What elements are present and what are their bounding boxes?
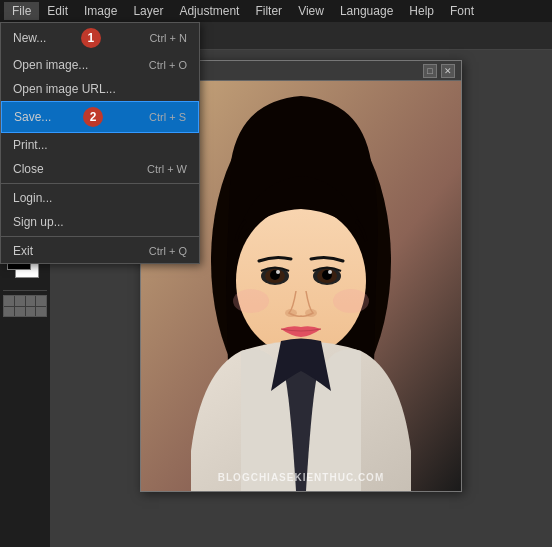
menu-file[interactable]: File [4,2,39,20]
tool-separator-3 [3,290,47,291]
watermark: BLOGCHIASEKIENTHUC.COM [218,472,384,483]
svg-point-25 [328,270,332,274]
menu-item-open-image-label: Open image... [13,58,88,72]
menu-item-open-image[interactable]: Open image... Ctrl + O [1,53,199,77]
menu-item-close-label: Close [13,162,44,176]
menu-item-signup-label: Sign up... [13,215,64,229]
svg-point-28 [233,289,269,313]
menu-item-print[interactable]: Print... [1,133,199,157]
grid-cell-4 [36,296,46,306]
grid-cell-6 [15,307,25,317]
menu-item-save-shortcut: Ctrl + S [149,111,186,123]
menu-item-print-label: Print... [13,138,48,152]
svg-point-26 [285,309,297,317]
svg-point-27 [305,309,317,317]
menu-item-open-url[interactable]: Open image URL... [1,77,199,101]
menu-item-new[interactable]: New... 1 Ctrl + N [1,23,199,53]
menu-item-open-url-label: Open image URL... [13,82,116,96]
svg-point-29 [333,289,369,313]
menu-separator-2 [1,236,199,237]
menu-item-close-shortcut: Ctrl + W [147,163,187,175]
menu-item-exit-label: Exit [13,244,33,258]
file-dropdown-menu: New... 1 Ctrl + N Open image... Ctrl + O… [0,22,200,264]
menu-item-login[interactable]: Login... [1,186,199,210]
menu-item-save[interactable]: Save... 2 Ctrl + S [1,101,199,133]
menu-item-close[interactable]: Close Ctrl + W [1,157,199,181]
menu-item-exit[interactable]: Exit Ctrl + Q [1,239,199,263]
step-badge-1: 1 [81,28,101,48]
menu-item-signup[interactable]: Sign up... [1,210,199,234]
grid-cell-1 [4,296,14,306]
grid-cell-3 [26,296,36,306]
menubar: File Edit Image Layer Adjustment Filter … [0,0,552,22]
menu-filter[interactable]: Filter [247,2,290,20]
window-restore-button[interactable]: □ [423,64,437,78]
brush-preset-grid[interactable] [3,295,47,317]
menu-layer[interactable]: Layer [125,2,171,20]
grid-cell-8 [36,307,46,317]
grid-cell-2 [15,296,25,306]
menu-separator-1 [1,183,199,184]
menu-image[interactable]: Image [76,2,125,20]
step-badge-2: 2 [83,107,103,127]
menu-font[interactable]: Font [442,2,482,20]
menu-help[interactable]: Help [401,2,442,20]
menu-item-login-label: Login... [13,191,52,205]
menu-view[interactable]: View [290,2,332,20]
window-close-button[interactable]: ✕ [441,64,455,78]
menu-edit[interactable]: Edit [39,2,76,20]
menu-item-new-label: New... [13,31,46,45]
svg-point-24 [276,270,280,274]
menu-language[interactable]: Language [332,2,401,20]
grid-cell-5 [4,307,14,317]
menu-item-new-shortcut: Ctrl + N [149,32,187,44]
menu-adjustment[interactable]: Adjustment [171,2,247,20]
menu-item-exit-shortcut: Ctrl + Q [149,245,187,257]
menu-item-open-image-shortcut: Ctrl + O [149,59,187,71]
grid-cell-7 [26,307,36,317]
window-controls: □ ✕ [423,64,455,78]
menu-item-save-label: Save... [14,110,51,124]
